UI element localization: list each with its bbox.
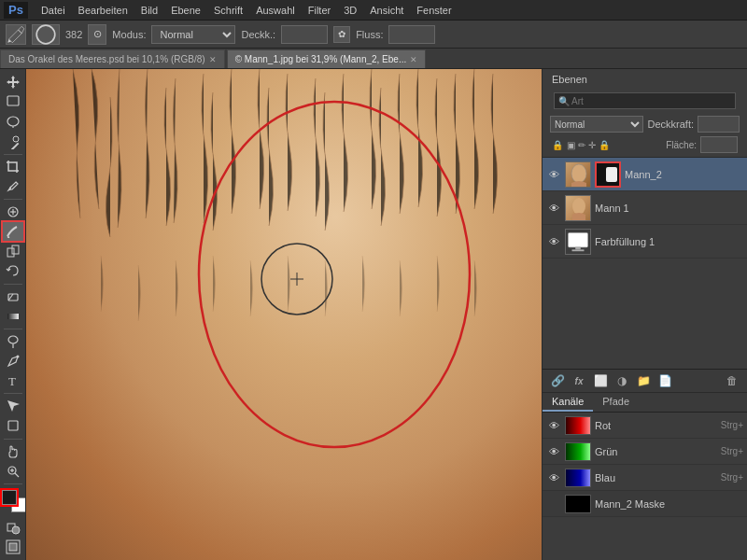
tool-gradient[interactable] — [3, 307, 23, 326]
channel-grun-name: Grün — [595, 446, 717, 457]
svg-rect-18 — [8, 421, 18, 430]
modus-label: Modus: — [112, 29, 146, 40]
tab-mann[interactable]: © Mann_1.jpg bei 31,9% (Mann_2, Ebe... ✕ — [227, 49, 427, 68]
menu-ebene[interactable]: Ebene — [165, 3, 206, 18]
modus-select[interactable]: Normal — [151, 25, 235, 44]
layer-mann1-visibility[interactable]: 👁 — [546, 201, 561, 216]
svg-text:T: T — [8, 374, 16, 388]
layer-adjustment-btn[interactable]: ◑ — [613, 372, 631, 389]
tool-text[interactable]: T — [3, 371, 23, 390]
svg-rect-36 — [569, 232, 587, 246]
tool-path-select[interactable] — [3, 397, 23, 415]
left-toolbar: T — [0, 69, 26, 560]
menu-auswahl[interactable]: Auswahl — [250, 3, 301, 18]
fill-label: Fläche: — [666, 140, 697, 150]
tool-hand[interactable] — [3, 441, 23, 460]
layer-mann2-mask-thumb — [595, 161, 621, 188]
layer-mann2[interactable]: 👁 Mann_2 — [543, 158, 747, 191]
layer-group-btn[interactable]: 📁 — [634, 372, 653, 389]
brush-preset-btn[interactable] — [32, 24, 60, 45]
layer-fx-btn[interactable]: fx — [570, 372, 588, 389]
layer-mask-btn[interactable]: ⬜ — [591, 372, 610, 389]
tab-pfade[interactable]: Pfade — [593, 393, 639, 412]
tool-eyedropper[interactable] — [3, 177, 23, 196]
menu-bearbeiten[interactable]: Bearbeiten — [73, 3, 134, 18]
svg-point-24 — [12, 526, 20, 534]
airbrush-toggle[interactable]: ✿ — [333, 26, 350, 43]
ps-logo: Ps — [4, 2, 28, 19]
menu-filter[interactable]: Filter — [303, 3, 336, 18]
layer-delete-btn[interactable]: 🗑 — [723, 372, 741, 389]
menu-datei[interactable]: Datei — [35, 3, 71, 18]
tool-heal[interactable] — [3, 203, 23, 221]
tool-zoom[interactable] — [3, 462, 23, 481]
layer-fill1[interactable]: 👁 Farbfüllung 1 — [543, 225, 747, 259]
tool-dodge[interactable] — [3, 332, 23, 351]
channel-blau[interactable]: 👁 Blau Strg+ — [543, 465, 747, 491]
tool-pen[interactable] — [3, 352, 23, 371]
tool-clone[interactable] — [3, 242, 23, 260]
menu-bild[interactable]: Bild — [135, 3, 163, 18]
deckk-input[interactable]: 54% — [281, 25, 328, 44]
tool-crop[interactable] — [3, 158, 23, 176]
channel-rot-visibility[interactable]: 👁 — [546, 418, 561, 433]
layers-search-box[interactable]: 🔍 — [554, 92, 736, 109]
layer-fill1-icon — [565, 229, 591, 255]
tool-brush[interactable] — [3, 222, 23, 241]
tool-eraser[interactable] — [3, 287, 23, 305]
channel-blau-visibility[interactable]: 👁 — [546, 470, 561, 485]
tool-quick-mask[interactable] — [3, 518, 23, 537]
lock-transparent-icon[interactable]: ▣ — [567, 140, 575, 150]
layer-mann2-visibility[interactable]: 👁 — [546, 167, 561, 182]
layer-fill1-name: Farbfüllung 1 — [595, 236, 743, 247]
channel-rot-shortcut: Strg+ — [721, 420, 743, 430]
separator-4 — [4, 329, 22, 329]
channel-mask[interactable]: Mann_2 Maske — [543, 491, 747, 517]
menu-fenster[interactable]: Fenster — [411, 3, 457, 18]
canvas-area[interactable] — [26, 69, 542, 560]
options-icon1[interactable]: ⊙ — [88, 24, 106, 45]
search-icon: 🔍 — [558, 96, 570, 106]
svg-rect-11 — [8, 294, 18, 301]
current-tool-icon[interactable] — [6, 24, 26, 45]
svg-point-2 — [7, 117, 19, 126]
lock-paint-icon[interactable]: ✏ — [578, 140, 585, 150]
tab-orakel-close[interactable]: ✕ — [209, 55, 217, 64]
color-swatches[interactable] — [2, 490, 26, 512]
menu-schrift[interactable]: Schrift — [208, 3, 248, 18]
tool-shape[interactable] — [3, 416, 23, 435]
svg-rect-10 — [12, 245, 19, 254]
channel-grun-visibility[interactable]: 👁 — [546, 444, 561, 459]
menu-3d[interactable]: 3D — [338, 3, 362, 18]
tab-orakel[interactable]: Das Orakel des Meeres.psd bei 10,1% (RGB… — [0, 49, 225, 68]
separator-3 — [4, 284, 22, 285]
tool-history[interactable] — [3, 261, 23, 280]
lock-position-icon[interactable]: ✛ — [588, 140, 596, 150]
lock-all-icon[interactable]: 🔒 — [599, 140, 610, 150]
tool-move[interactable] — [3, 73, 23, 91]
layer-new-btn[interactable]: 📄 — [655, 372, 674, 389]
fill-input[interactable]: 100% — [700, 136, 738, 153]
channel-grun[interactable]: 👁 Grün Strg+ — [543, 439, 747, 465]
tool-lasso[interactable] — [3, 112, 23, 131]
tool-magic-wand[interactable] — [3, 133, 23, 151]
svg-point-0 — [36, 25, 55, 44]
menu-ansicht[interactable]: Ansicht — [364, 3, 409, 18]
layers-search-input[interactable] — [571, 96, 731, 106]
tool-selection[interactable] — [3, 92, 23, 111]
channel-mask-name: Mann_2 Maske — [595, 498, 743, 510]
opacity-input[interactable]: 100% — [698, 116, 740, 133]
tool-screen-mode[interactable] — [3, 538, 23, 556]
channel-mask-visibility[interactable] — [546, 497, 561, 511]
blend-mode-select[interactable]: Normal — [550, 116, 643, 133]
layer-fill1-visibility[interactable]: 👁 — [546, 234, 561, 249]
channel-rot[interactable]: 👁 Rot Strg+ — [543, 413, 747, 439]
svg-point-14 — [8, 336, 18, 343]
tab-kanale[interactable]: Kanäle — [543, 393, 593, 412]
svg-rect-13 — [7, 314, 19, 319]
tab-mann-close[interactable]: ✕ — [410, 55, 417, 64]
foreground-color-swatch[interactable] — [2, 490, 17, 505]
fluss-input[interactable]: 100% — [388, 25, 435, 44]
layer-link-btn[interactable]: 🔗 — [548, 372, 567, 389]
layer-mann1[interactable]: 👁 Mann 1 — [543, 191, 747, 225]
